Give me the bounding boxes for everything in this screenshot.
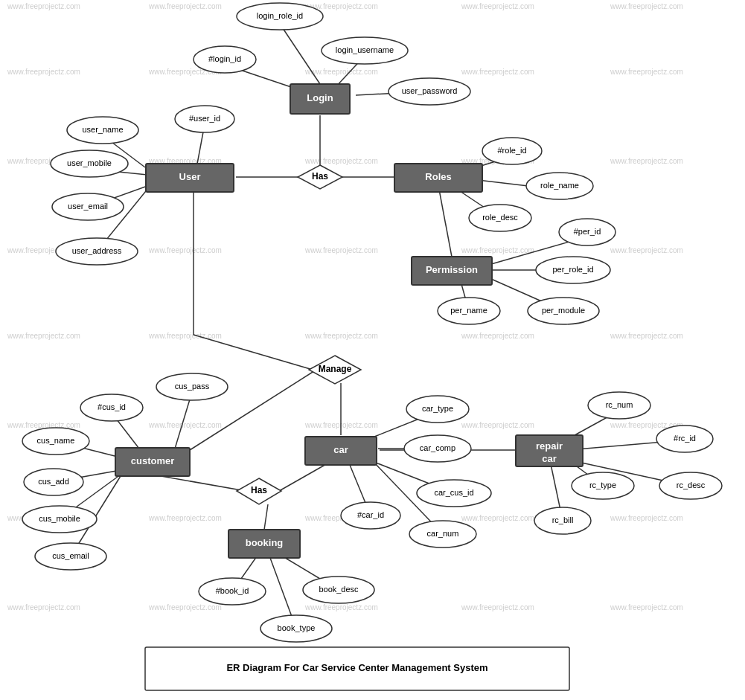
entity-login-label: Login	[307, 92, 333, 103]
watermark: www.freeprojectz.com	[7, 421, 80, 429]
attribute-book-type: book_type	[260, 615, 332, 642]
attribute-book-id: #book_id	[199, 578, 266, 605]
attribute-book-desc: book_desc	[303, 577, 374, 603]
attr-login-username-label: login_username	[336, 45, 394, 54]
entity-roles: Roles	[394, 164, 482, 192]
attr-car-cus-id-label: car_cus_id	[434, 488, 473, 497]
attr-rc-num-label: rc_num	[606, 400, 633, 409]
relationship-has1: Has	[298, 165, 342, 189]
svg-line-15	[439, 190, 452, 257]
attr-per-module-label: per_module	[542, 306, 585, 315]
caption-text: ER Diagram For Car Service Center Manage…	[226, 662, 487, 673]
attr-rc-desc-label: rc_desc	[677, 481, 706, 489]
attribute-car-type: car_type	[406, 396, 469, 423]
relationship-has2-label: Has	[251, 485, 267, 495]
watermark: www.freeprojectz.com	[610, 157, 683, 165]
attr-login-id-label: #login_id	[208, 54, 241, 63]
attr-rc-type-label: rc_type	[589, 481, 616, 489]
relationship-manage: Manage	[309, 356, 361, 384]
attribute-user-email: user_email	[52, 193, 124, 220]
attribute-car-comp: car_comp	[404, 435, 471, 462]
attr-user-name-label: user_name	[82, 125, 123, 134]
attribute-per-role-id: per_role_id	[536, 257, 610, 283]
attr-car-num-label: car_num	[427, 529, 459, 538]
watermark: www.freeprojectz.com	[148, 603, 222, 611]
attr-book-id-label: #book_id	[216, 586, 249, 595]
attribute-car-num: car_num	[409, 521, 476, 548]
attr-per-role-id-label: per_role_id	[552, 265, 593, 274]
attr-rc-id-label: #rc_id	[674, 434, 696, 443]
relationship-manage-label: Manage	[319, 364, 352, 374]
entity-booking-label: booking	[246, 537, 284, 548]
attr-book-type-label: book_type	[278, 623, 316, 632]
attribute-rc-desc: rc_desc	[659, 472, 722, 499]
watermark: www.freeprojectz.com	[461, 246, 534, 254]
watermark: www.freeprojectz.com	[461, 2, 534, 10]
attr-role-name-label: role_name	[540, 181, 579, 190]
attr-rc-bill-label: rc_bill	[552, 516, 574, 524]
watermark: www.freeprojectz.com	[7, 603, 80, 611]
attribute-role-name: role_name	[526, 173, 593, 199]
svg-line-42	[264, 504, 268, 530]
svg-line-43	[279, 463, 327, 491]
watermark: www.freeprojectz.com	[461, 421, 534, 429]
attr-role-id-label: #role_id	[497, 146, 526, 155]
attr-per-id-label: #per_id	[574, 227, 601, 236]
watermark: www.freeprojectz.com	[610, 514, 683, 522]
attribute-per-name: per_name	[438, 298, 500, 324]
watermark: www.freeprojectz.com	[610, 603, 683, 611]
attr-login-role-id-label: login_role_id	[257, 11, 303, 20]
attribute-role-id: #role_id	[482, 138, 542, 164]
entity-repair-car-label1: repair	[536, 440, 563, 452]
attribute-cus-name: cus_name	[22, 428, 89, 455]
watermark: www.freeprojectz.com	[304, 332, 378, 340]
watermark: www.freeprojectz.com	[148, 246, 222, 254]
svg-line-41	[153, 475, 246, 491]
attribute-car-cus-id: car_cus_id	[417, 480, 491, 507]
attr-user-mobile-label: user_mobile	[67, 158, 112, 167]
attr-cus-name-label: cus_name	[37, 436, 75, 445]
watermark: www.freeprojectz.com	[148, 332, 222, 340]
svg-line-21	[194, 335, 313, 370]
entity-car-label: car	[333, 444, 348, 455]
watermark: www.freeprojectz.com	[304, 246, 378, 254]
attr-user-password-label: user_password	[402, 86, 458, 95]
attribute-user-password: user_password	[389, 78, 470, 105]
attribute-user-mobile: user_mobile	[51, 150, 128, 177]
er-diagram: www.freeprojectz.com www.freeprojectz.co…	[0, 0, 745, 700]
attribute-user-address: user_address	[56, 238, 138, 265]
attribute-login-role-id: login_role_id	[237, 3, 323, 30]
attribute-login-id: #login_id	[194, 46, 256, 73]
watermark: www.freeprojectz.com	[304, 68, 378, 76]
entity-booking: booking	[228, 530, 300, 558]
watermark: www.freeprojectz.com	[148, 421, 222, 429]
attr-user-email-label: user_email	[68, 202, 108, 211]
watermark: www.freeprojectz.com	[304, 157, 378, 165]
attr-car-comp-label: car_comp	[420, 443, 455, 452]
attribute-rc-bill: rc_bill	[534, 507, 591, 534]
entity-repair-car-label2: car	[542, 453, 557, 464]
entity-customer: customer	[115, 448, 190, 476]
attribute-cus-pass: cus_pass	[156, 373, 228, 400]
attr-cus-email-label: cus_email	[52, 551, 89, 560]
watermark: www.freeprojectz.com	[610, 68, 683, 76]
attr-user-id-label: #user_id	[189, 114, 220, 123]
attr-per-name-label: per_name	[450, 306, 487, 315]
watermark: www.freeprojectz.com	[304, 603, 378, 611]
attribute-role-desc: role_desc	[469, 205, 531, 231]
watermark: www.freeprojectz.com	[461, 332, 534, 340]
watermark: www.freeprojectz.com	[461, 603, 534, 611]
watermark: www.freeprojectz.com	[7, 68, 80, 76]
attribute-user-id: #user_id	[175, 106, 234, 132]
attr-car-type-label: car_type	[422, 404, 453, 413]
entity-car: car	[305, 437, 377, 465]
attr-cus-id-label: #cus_id	[97, 402, 126, 411]
attribute-rc-id: #rc_id	[656, 426, 713, 452]
attribute-login-username: login_username	[322, 37, 408, 64]
attr-cus-add-label: cus_add	[38, 477, 69, 486]
attribute-per-module: per_module	[528, 298, 599, 324]
caption-box: ER Diagram For Car Service Center Manage…	[145, 647, 569, 690]
attribute-car-id: #car_id	[341, 502, 400, 529]
attribute-user-name: user_name	[67, 117, 138, 144]
attribute-per-id: #per_id	[559, 219, 615, 245]
